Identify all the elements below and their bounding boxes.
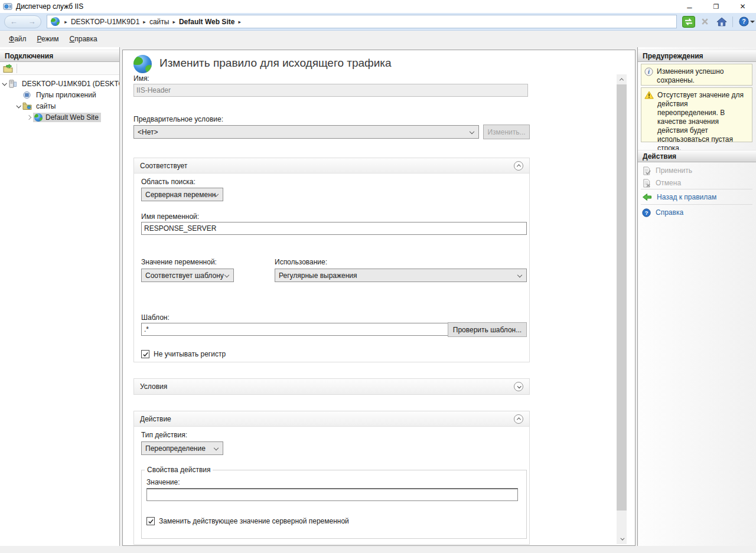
help-icon: ?	[642, 208, 651, 217]
variable-value-label: Значение переменной:	[141, 258, 217, 266]
ignore-case-checkbox[interactable]: Не учитывать регистр	[141, 350, 226, 358]
connections-header: Подключения	[0, 50, 119, 62]
alert-text: Отсутствует значение для действия переоп…	[657, 91, 747, 139]
breadcrumb: DESKTOP-U1MK9D1 сайты Default Web Site	[47, 15, 677, 28]
action-type-label: Тип действия:	[141, 431, 187, 439]
variable-name-input[interactable]	[141, 222, 527, 235]
restore-button[interactable]	[703, 0, 729, 13]
forward-icon[interactable]	[28, 18, 36, 25]
refresh-icon[interactable]	[682, 15, 695, 28]
collapse-icon[interactable]	[514, 414, 523, 424]
chevron-down-icon[interactable]	[0, 82, 8, 86]
name-input[interactable]	[133, 84, 528, 97]
tree-item-label: сайты	[34, 102, 58, 111]
chevron-down-icon	[750, 21, 755, 23]
menu-help[interactable]: Справка	[64, 32, 103, 45]
stop-icon[interactable]	[698, 15, 712, 28]
tree-item-sites[interactable]: сайты	[0, 100, 119, 112]
checkbox-checked-icon[interactable]	[146, 517, 155, 525]
actions-divider	[641, 204, 752, 205]
warning-icon	[644, 91, 654, 99]
alert-text: Изменения успешно сохранены.	[657, 67, 747, 82]
match-section-header[interactable]: Соответствует	[134, 158, 529, 174]
breadcrumb-item-default-web-site[interactable]: Default Web Site	[179, 18, 234, 26]
menu-file[interactable]: Файл	[4, 32, 32, 45]
precondition-label: Предварительное условие:	[133, 115, 223, 123]
cancel-label: Отмена	[656, 179, 681, 187]
cancel-icon	[642, 179, 651, 188]
variable-name-label: Имя переменной:	[141, 212, 199, 221]
conditions-section-header[interactable]: Условия	[134, 379, 529, 394]
tree-item-server[interactable]: DESKTOP-U1MK9D1 (DESKTOP	[0, 78, 119, 89]
tree-item-default-web-site[interactable]: Default Web Site	[0, 112, 119, 123]
edit-precondition-button[interactable]: Изменить...	[483, 125, 530, 139]
pattern-label: Шаблон:	[141, 313, 170, 322]
replace-value-label: Заменить действующее значение серверной …	[159, 517, 349, 525]
scrollbar-thumb[interactable]	[617, 84, 627, 511]
selected-tree-item[interactable]: Default Web Site	[33, 113, 101, 122]
action-type-select[interactable]: Переопределение	[141, 441, 223, 455]
iis-app-icon	[3, 2, 12, 11]
apply-label: Применить	[656, 166, 692, 175]
minimize-button[interactable]	[676, 0, 703, 13]
back-arrow-icon	[642, 193, 652, 201]
window-title: Диспетчер служб IIS	[16, 2, 83, 11]
close-button[interactable]	[729, 0, 756, 13]
collapse-icon[interactable]	[514, 161, 523, 171]
cancel-action[interactable]: Отмена	[642, 178, 681, 188]
scope-label: Область поиска:	[141, 178, 195, 186]
home-icon[interactable]	[715, 15, 728, 28]
sites-folder-icon	[22, 102, 32, 110]
actions-divider	[641, 189, 752, 189]
breadcrumb-item-sites[interactable]: сайты	[149, 18, 170, 26]
chevron-down-icon	[517, 272, 522, 277]
globe-icon	[51, 17, 60, 26]
tree-item-label: Default Web Site	[45, 113, 99, 122]
action-section-header[interactable]: Действие	[134, 411, 529, 427]
value-input[interactable]	[146, 488, 518, 501]
save-connection-icon[interactable]	[3, 64, 13, 73]
tree-item-application-pools[interactable]: Пулы приложений	[0, 89, 119, 100]
test-pattern-button[interactable]: Проверить шаблон...	[448, 322, 527, 337]
scroll-up-icon[interactable]	[617, 74, 627, 84]
scope-select[interactable]: Серверная переменн	[141, 188, 223, 201]
server-icon	[8, 80, 18, 88]
tree-item-label: DESKTOP-U1MK9D1 (DESKTOP	[20, 79, 119, 89]
menu-view[interactable]: Режим	[32, 32, 64, 45]
breadcrumb-separator-icon	[238, 19, 241, 25]
menu-bar: Файл Режим Справка	[0, 31, 756, 47]
back-icon[interactable]	[10, 18, 18, 25]
name-label: Имя:	[133, 74, 149, 83]
usage-select[interactable]: Регулярные выражения	[275, 269, 527, 282]
usage-label: Использование:	[275, 258, 327, 266]
expand-icon[interactable]	[514, 382, 523, 391]
chevron-right-icon[interactable]	[25, 116, 33, 119]
alert-info: i Изменения успешно сохранены.	[641, 64, 752, 86]
pattern-input[interactable]	[141, 323, 449, 336]
replace-value-checkbox[interactable]: Заменить действующее значение серверной …	[146, 517, 349, 525]
back-to-rules-link[interactable]: Назад к правилам	[642, 192, 716, 202]
match-section: Соответствует Область поиска: Серверная …	[133, 158, 530, 362]
chevron-down-icon	[224, 272, 229, 277]
checkbox-checked-icon[interactable]	[141, 350, 149, 358]
help-link[interactable]: ? Справка	[642, 207, 683, 218]
connections-toolbar	[0, 62, 119, 75]
scroll-down-icon[interactable]	[617, 534, 627, 544]
toolbar-divider	[17, 64, 17, 73]
help-icon[interactable]: ?	[737, 15, 756, 28]
edit-outbound-rule-pane: Изменить правило для исходящего трафика …	[122, 50, 636, 546]
variable-value-select[interactable]: Соответствует шаблону	[141, 269, 234, 282]
apply-icon	[642, 166, 651, 175]
conditions-section: Условия	[133, 378, 530, 395]
breadcrumb-item-server[interactable]: DESKTOP-U1MK9D1	[71, 18, 139, 26]
action-properties-legend: Свойства действия	[145, 466, 213, 474]
ignore-case-label: Не учитывать регистр	[154, 350, 226, 358]
vertical-scrollbar[interactable]	[617, 74, 627, 544]
alert-warning: Отсутствует значение для действия переоп…	[641, 87, 752, 142]
chevron-down-icon[interactable]	[14, 104, 22, 108]
precondition-select[interactable]: <Нет>	[133, 125, 479, 139]
address-bar: DESKTOP-U1MK9D1 сайты Default Web Site ?	[0, 13, 756, 31]
help-label: Справка	[656, 208, 683, 217]
apply-action[interactable]: Применить	[642, 165, 692, 176]
action-section: Действие Тип действия: Переопределение С…	[133, 411, 530, 545]
